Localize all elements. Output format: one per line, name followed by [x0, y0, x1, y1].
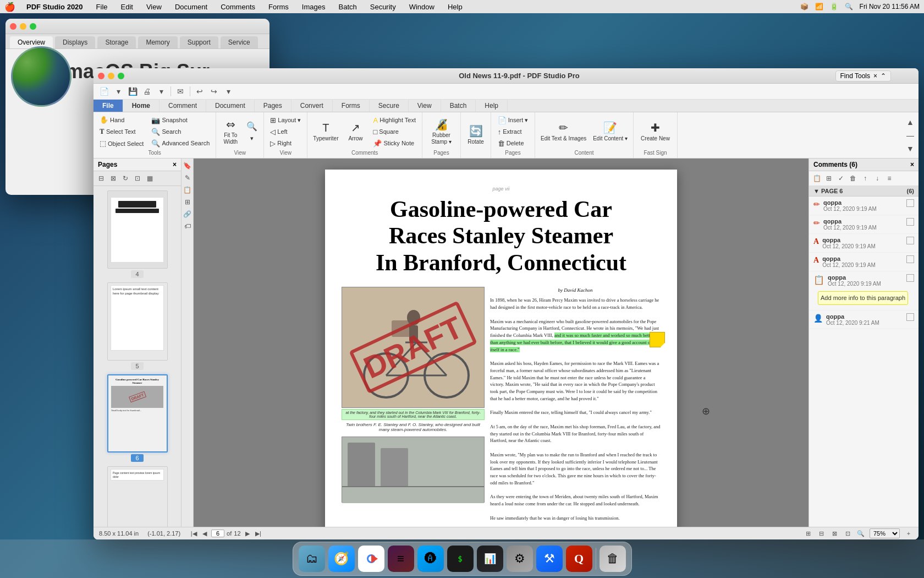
- fit-to-width-button[interactable]: ⇔ Fit ToWidth: [219, 117, 241, 146]
- pdfstudio-minimize-button[interactable]: [108, 73, 114, 79]
- undo-button[interactable]: ↩: [194, 85, 206, 97]
- left-button[interactable]: ◁ Left: [267, 127, 304, 137]
- ribbon-scroll-up[interactable]: ▲: [904, 116, 916, 128]
- layout-button[interactable]: ⊞ Layout ▾: [267, 115, 304, 126]
- tab-storage[interactable]: Storage: [97, 36, 136, 48]
- app-menu-name[interactable]: PDF Studio 2020: [24, 3, 85, 11]
- delete-button[interactable]: 🗑 Delete: [495, 138, 531, 149]
- rotate-button[interactable]: 🔄 Rotate: [465, 123, 487, 146]
- dock-slack[interactable]: ≡: [388, 546, 414, 572]
- zoom-out-btn[interactable]: 🔍: [856, 529, 865, 538]
- object-select-button[interactable]: ⬚ Object Select: [97, 138, 146, 149]
- comment-tool-sort[interactable]: ≡: [884, 173, 895, 184]
- menu-file[interactable]: File: [94, 3, 110, 11]
- page-thumbnail-7[interactable]: Page content text preview lorem ipsum do…: [96, 466, 179, 527]
- current-page-input[interactable]: [211, 530, 224, 537]
- hand-tool-button[interactable]: ✋ Hand: [97, 114, 146, 125]
- save-button[interactable]: 💾: [127, 85, 139, 97]
- pages-layout-2[interactable]: ⊠: [108, 173, 119, 184]
- pages-panel-close[interactable]: ×: [173, 161, 177, 168]
- page-thumbnail-4[interactable]: 4: [96, 190, 179, 278]
- comment-checkbox-3[interactable]: [906, 237, 914, 244]
- comment-item-2[interactable]: ✏ qoppa Oct 12, 2020 9:19 AM: [809, 215, 919, 234]
- tab-displays[interactable]: Displays: [55, 36, 95, 48]
- highlight-text-button[interactable]: A Highlight Text: [370, 115, 419, 126]
- dock-xcode[interactable]: ⚒: [536, 546, 563, 572]
- page-section-header-6[interactable]: ▼ PAGE 6 (6): [809, 186, 919, 197]
- minimize-button[interactable]: [20, 23, 26, 30]
- tab-support[interactable]: Support: [180, 36, 218, 48]
- sticky-note-annotation[interactable]: [650, 332, 665, 347]
- edit-content-button[interactable]: 📝 Edit Content ▾: [591, 120, 630, 143]
- dropbox-icon[interactable]: 📦: [800, 3, 809, 10]
- redo-button[interactable]: ↪: [208, 85, 220, 97]
- zoom-in-status-btn[interactable]: +: [904, 529, 913, 538]
- menu-document[interactable]: Document: [173, 3, 210, 11]
- zoom-level-select[interactable]: 75% 50% 100% 125% 150%: [870, 528, 900, 538]
- comment-item-4[interactable]: A qoppa Oct 12, 2020 9:19 AM: [809, 253, 919, 271]
- tab-file[interactable]: File: [94, 100, 123, 112]
- print-options-button[interactable]: ▾: [155, 85, 167, 97]
- search-button[interactable]: 🔍 Search: [148, 127, 212, 137]
- nav-next-page[interactable]: ▶: [243, 529, 252, 538]
- snapshot-button[interactable]: 📷 Snapshot: [148, 115, 212, 126]
- dock-activity-monitor[interactable]: 📊: [477, 546, 503, 572]
- comment-input-area[interactable]: Add more info to this paragraph: [818, 291, 908, 305]
- menu-help[interactable]: Help: [446, 3, 465, 11]
- page-thumbnail-6[interactable]: Gasoline-powered Car Races Stanley Steam…: [96, 374, 179, 462]
- comment-item-5[interactable]: 📋 qoppa Oct 12, 2020 9:19 AM Add more in…: [809, 271, 919, 310]
- ribbon-scroll-down[interactable]: ▼: [904, 143, 916, 155]
- dock-trash[interactable]: 🗑: [600, 546, 626, 572]
- comment-input-text[interactable]: Add more info to this paragraph: [821, 294, 905, 302]
- comment-tool-export[interactable]: ↑: [860, 173, 871, 184]
- nav-prev-page[interactable]: ◀: [200, 529, 209, 538]
- close-button[interactable]: [10, 23, 16, 30]
- tab-comment[interactable]: Comment: [160, 100, 206, 112]
- ribbon-scroll-mid[interactable]: —: [904, 129, 916, 141]
- left-tool-6[interactable]: 🏷: [183, 221, 193, 231]
- pages-options[interactable]: ▦: [144, 173, 155, 184]
- pages-layout-1[interactable]: ⊟: [96, 173, 107, 184]
- menu-comments[interactable]: Comments: [218, 3, 257, 11]
- tab-help[interactable]: Help: [476, 100, 508, 112]
- menu-edit[interactable]: Edit: [119, 3, 135, 11]
- extract-button[interactable]: ↑ Extract: [495, 127, 531, 137]
- comment-tool-import[interactable]: ↓: [872, 173, 883, 184]
- zoom-options-button[interactable]: ▾: [248, 134, 256, 143]
- tab-view[interactable]: View: [409, 100, 441, 112]
- arrow-button[interactable]: ↗ Arrow: [343, 120, 368, 143]
- dock-terminal[interactable]: $: [447, 546, 474, 572]
- pdfstudio-maximize-button[interactable]: [118, 73, 124, 79]
- zoom-in-button[interactable]: 🔍: [244, 120, 260, 133]
- tab-convert[interactable]: Convert: [292, 100, 333, 112]
- dock-chrome[interactable]: [358, 546, 384, 572]
- comment-item-1[interactable]: ✏ qoppa Oct 12, 2020 9:19 AM: [809, 197, 919, 215]
- view-mode-1[interactable]: ⊞: [804, 529, 812, 538]
- email-button[interactable]: ✉: [174, 85, 186, 97]
- right-button[interactable]: ▷ Right: [267, 138, 304, 149]
- square-button[interactable]: □ Square: [370, 127, 419, 137]
- tab-forms[interactable]: Forms: [333, 100, 370, 112]
- typewriter-button[interactable]: T Typewriter: [311, 121, 340, 143]
- tab-home[interactable]: Home: [123, 100, 160, 112]
- redo-options-button[interactable]: ▾: [222, 85, 234, 97]
- menu-forms[interactable]: Forms: [266, 3, 291, 11]
- tab-secure[interactable]: Secure: [370, 100, 409, 112]
- comment-item-6[interactable]: 👤 qoppa Oct 12, 2020 9:21 AM: [809, 310, 919, 329]
- dock-finder[interactable]: 🗂: [299, 546, 325, 572]
- wifi-icon[interactable]: 📶: [815, 3, 823, 10]
- battery-icon[interactable]: 🔋: [830, 3, 838, 10]
- pdf-viewport[interactable]: page vii Gasoline-powered Car Races Stan…: [194, 159, 809, 527]
- sticky-note-button[interactable]: 📌 Sticky Note: [370, 138, 419, 149]
- comments-panel-close[interactable]: ×: [910, 161, 914, 168]
- comment-tool-1[interactable]: 📋: [811, 173, 822, 184]
- comment-tool-2[interactable]: ⊞: [823, 173, 834, 184]
- apple-menu[interactable]: 🍎: [4, 2, 15, 12]
- menu-window[interactable]: Window: [407, 3, 437, 11]
- menu-security[interactable]: Security: [368, 3, 398, 11]
- tab-pages[interactable]: Pages: [255, 100, 292, 112]
- nav-first-page[interactable]: |◀: [189, 529, 198, 538]
- comment-tool-delete[interactable]: 🗑: [848, 173, 859, 184]
- open-recent-button[interactable]: ▾: [112, 85, 124, 97]
- view-mode-2[interactable]: ⊟: [817, 529, 826, 538]
